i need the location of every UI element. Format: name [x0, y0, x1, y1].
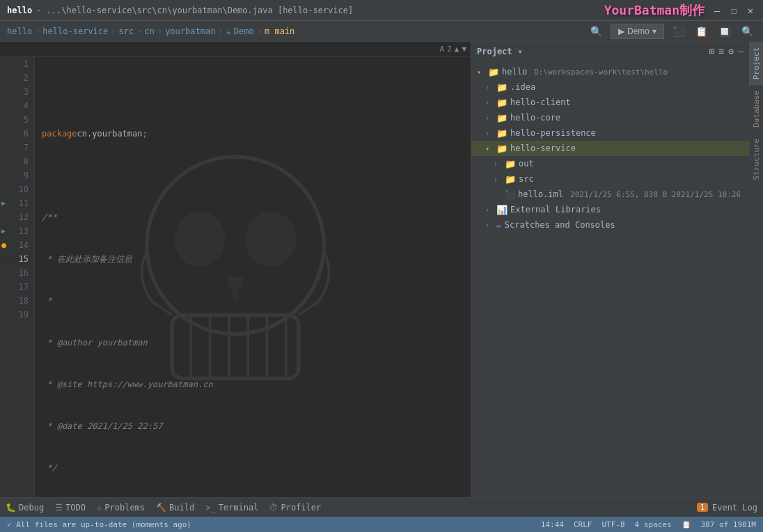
toolbar-up-icon[interactable]: ▲ — [455, 45, 459, 54]
window-controls: — ☐ ✕ — [711, 5, 756, 16]
tree-label-external-libs: External Libraries — [510, 205, 601, 214]
tree-meta-hello: D:\workspaces-work\test\hello — [534, 68, 668, 77]
tree-item-scratches[interactable]: › ✏ Scratches and Consoles — [471, 217, 749, 233]
tree-item-hello-persistence[interactable]: › 📁 hello-persistence — [471, 125, 749, 141]
line-num-6: 6 — [0, 127, 29, 141]
collapse-all-icon[interactable]: ⊞ — [709, 46, 715, 56]
close-button[interactable]: ✕ — [745, 5, 756, 16]
iml-file-icon: ⬛ — [505, 189, 515, 199]
status-indent[interactable]: 4 spaces — [635, 520, 672, 529]
problems-label: Problems — [104, 503, 145, 513]
build-button[interactable]: 🔨 Build — [156, 503, 194, 513]
problems-button[interactable]: ⚠ Problems — [97, 503, 145, 513]
app-name: hello — [7, 6, 32, 15]
code-line-4: /** — [42, 210, 471, 224]
module-folder-icon-client: 📁 — [496, 97, 508, 108]
code-line-2: package cn.yourbatman; — [42, 127, 471, 141]
minimize-button[interactable]: — — [711, 5, 723, 16]
nav-src[interactable]: src — [119, 26, 134, 36]
panel-settings-icon[interactable]: ≡ — [719, 46, 725, 56]
tree-item-idea[interactable]: › 📁 .idea — [471, 79, 749, 95]
module-folder-icon-core: 📁 — [496, 113, 508, 123]
out-folder-icon: 📁 — [505, 159, 516, 169]
status-line-ending[interactable]: CRLF — [574, 520, 592, 529]
terminal-label: Terminal — [219, 503, 259, 513]
tree-item-hello[interactable]: ▾ 📁 hello D:\workspaces-work\test\hello — [471, 64, 749, 79]
bottom-right: 1 Event Log — [697, 503, 757, 513]
project-panel: Project ▾ ⊞ ≡ ⚙ — ▾ 📁 hello D:\workspace… — [471, 42, 749, 497]
toolbar-down-icon[interactable]: ▼ — [462, 45, 466, 54]
run-config-name: Demo — [627, 26, 650, 36]
maximize-button[interactable]: ☐ — [728, 5, 739, 16]
external-libs-icon: 📊 — [496, 205, 508, 215]
tree-label-hello-core: hello-core — [510, 113, 560, 123]
chevron-right-icon-out: › — [494, 160, 502, 168]
module-folder-icon-service: 📁 — [496, 143, 508, 154]
tab-structure[interactable]: Structure — [749, 133, 763, 186]
tab-database[interactable]: Database — [749, 85, 763, 133]
tree-item-hello-service[interactable]: ▾ 📁 hello-service — [471, 141, 749, 156]
toolbar-icon-1[interactable]: ⬛ — [670, 24, 687, 38]
todo-button[interactable]: ☰ TODO — [55, 503, 86, 513]
line-num-2: 2 — [0, 71, 29, 85]
project-tree[interactable]: ▾ 📁 hello D:\workspaces-work\test\hello … — [471, 61, 749, 497]
tree-item-external-libs[interactable]: › 📊 External Libraries — [471, 202, 749, 217]
search-icon[interactable]: 🔍 — [588, 24, 605, 38]
spacer-iml: › — [494, 191, 502, 198]
line-num-12: 12 — [0, 210, 29, 224]
panel-gear-icon[interactable]: ⚙ — [728, 46, 734, 56]
chevron-right-icon-src: › — [494, 175, 502, 183]
todo-label: TODO — [65, 503, 86, 513]
status-encoding[interactable]: UTF-8 — [601, 520, 624, 529]
tree-item-src[interactable]: › 📁 src — [471, 171, 749, 187]
tree-label-hello: hello — [502, 67, 527, 77]
module-folder-icon-persistence: 📁 — [496, 128, 508, 139]
code-line-8: * @site https://www.yourbatman.cn — [42, 377, 471, 391]
panel-icons: ⊞ ≡ ⚙ — — [709, 46, 744, 56]
line-num-18: 18 — [0, 294, 29, 308]
code-content[interactable]: package cn.yourbatman; /** * 在此处添加备注信息 *… — [35, 57, 471, 497]
nav-hello[interactable]: hello — [7, 26, 32, 36]
tab-project[interactable]: Project — [749, 42, 763, 85]
tree-item-hello-client[interactable]: › 📁 hello-client — [471, 95, 749, 110]
status-text: All files are up-to-date (moments ago) — [16, 520, 191, 529]
event-log-badge: 1 — [697, 503, 708, 512]
line-num-13: ▶ 13 — [0, 224, 29, 238]
line-num-19: 19 — [0, 308, 29, 322]
line-numbers: 1 2 3 4 5 6 7 8 9 10 ▶ 11 12 ▶ 13 — [0, 57, 35, 497]
nav-hello-service[interactable]: hello-service — [42, 26, 108, 36]
build-icon: 🔨 — [156, 503, 166, 513]
toolbar-icon-2[interactable]: 📋 — [693, 24, 710, 38]
nav-file-icon: ☕ — [226, 26, 231, 36]
line-num-17: 17 — [0, 280, 29, 294]
toolbar-count: 2 — [447, 45, 452, 54]
run-button[interactable]: ▶ Demo ▾ — [611, 24, 664, 39]
code-editor[interactable]: 1 2 3 4 5 6 7 8 9 10 ▶ 11 12 ▶ 13 — [0, 57, 471, 497]
profiler-button[interactable]: ⏱ Profiler — [269, 503, 321, 513]
status-position: 387 of 1981M — [701, 520, 756, 529]
nav-cn[interactable]: cn — [144, 26, 154, 36]
toolbar-icon-3[interactable]: 🔲 — [716, 24, 733, 38]
run-arrow-11: ▶ — [1, 196, 6, 210]
line-num-14: ● 14 — [0, 238, 29, 252]
panel-dropdown-icon[interactable]: ▾ — [518, 47, 523, 56]
line-num-16: 16 — [0, 266, 29, 280]
line-num-5: 5 — [0, 113, 29, 127]
chevron-right-icon-client: › — [485, 99, 494, 107]
tree-item-out[interactable]: › 📁 out — [471, 156, 749, 171]
status-copy-icon[interactable]: 📋 — [682, 520, 691, 529]
event-log-button[interactable]: 1 Event Log — [697, 503, 757, 513]
nav-yourbatman[interactable]: yourbatman — [165, 26, 215, 36]
tree-item-hello-core[interactable]: › 📁 hello-core — [471, 110, 749, 125]
breadcrumb-bar: hello › hello-service › src › cn › yourb… — [0, 21, 763, 42]
panel-minimize-icon[interactable]: — — [738, 46, 744, 56]
nav-demo[interactable]: Demo — [234, 26, 254, 36]
nav-main[interactable]: m main — [265, 26, 294, 36]
tree-item-hello-iml[interactable]: › ⬛ hello.iml 2021/1/25 6:55, 838 B 2021… — [471, 187, 749, 202]
debug-icon: 🐛 — [6, 503, 16, 513]
toolbar-search-icon[interactable]: 🔍 — [739, 24, 756, 38]
panel-title: Project — [477, 47, 512, 56]
line-num-9: 9 — [0, 169, 29, 182]
terminal-button[interactable]: >_ Terminal — [205, 503, 258, 513]
debug-button[interactable]: 🐛 Debug — [6, 503, 44, 513]
